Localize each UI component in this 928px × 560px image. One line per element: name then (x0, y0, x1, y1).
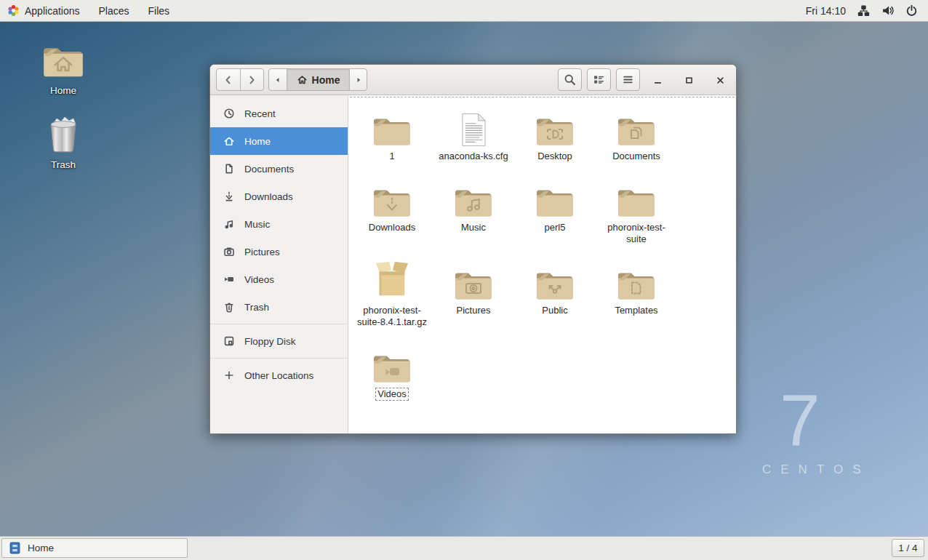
file-item-public[interactable]: Public (514, 255, 596, 326)
power-icon[interactable] (905, 4, 918, 17)
file-item-1[interactable]: 1 (351, 100, 433, 172)
menu-label: Applications (25, 5, 80, 17)
sidebar-item-label: Music (244, 219, 270, 230)
sidebar-item-home[interactable]: Home (210, 127, 348, 155)
file-item-pictures[interactable]: Pictures (433, 255, 514, 326)
forward-button[interactable] (240, 69, 263, 90)
places-sidebar: Recent Home Documents Downloads Music Pi… (210, 95, 348, 433)
desktop-icon-home[interactable]: Home (30, 44, 97, 96)
maximize-button[interactable] (679, 71, 698, 89)
desktop-icon-label: Home (50, 85, 76, 96)
menu-files[interactable]: Files (139, 0, 180, 21)
sidebar-item-recent[interactable]: Recent (210, 100, 348, 127)
path-current-button[interactable]: Home (287, 69, 350, 90)
file-item-phoronix-test-suite-8-4-1-tar-gz[interactable]: phoronix-test-suite-8.4.1.tar.gz (351, 255, 433, 337)
minimize-button[interactable] (648, 71, 667, 89)
taskbar-item-label: Home (28, 543, 54, 553)
sidebar-item-downloads[interactable]: Downloads (210, 183, 348, 210)
taskbar-item-home[interactable]: Home (1, 538, 188, 558)
menu-applications[interactable]: Applications (0, 0, 89, 21)
top-panel: Applications Places Files Fri 14:10 (0, 0, 928, 22)
file-view: 1 anaconda-ks.cfg Desktop Documents Down… (348, 95, 736, 433)
home-icon (297, 74, 308, 85)
sidebar-item-floppy-disk[interactable]: Floppy Disk (210, 327, 348, 355)
workspace-switcher[interactable]: 1 / 4 (892, 539, 924, 557)
file-item-desktop[interactable]: Desktop (514, 100, 596, 172)
centos-watermark-brand: CENTOS (762, 463, 871, 477)
network-icon[interactable] (857, 4, 870, 17)
floppy-icon (223, 335, 235, 347)
window-list-bar: Home 1 / 4 (0, 536, 928, 560)
desktop-icon-trash[interactable]: Trash (30, 115, 97, 170)
folder-music-icon (454, 176, 493, 218)
file-label: Pictures (457, 305, 491, 317)
file-item-downloads[interactable]: Downloads (351, 172, 433, 243)
music-icon (223, 218, 235, 230)
minimize-icon (652, 75, 663, 86)
home-icon (223, 135, 235, 147)
file-label: anaconda-ks.cfg (439, 151, 508, 163)
download-icon (223, 191, 235, 202)
folder-downloads-icon (372, 176, 412, 218)
file-item-anaconda-ks-cfg[interactable]: anaconda-ks.cfg (433, 100, 514, 172)
file-item-phoronix-test-suite[interactable]: phoronix-test-suite (596, 172, 677, 255)
header-bar: Home (210, 65, 736, 95)
recent-icon (223, 108, 235, 119)
file-label: phoronix-test-suite-8.4.1.tar.gz (355, 305, 429, 329)
file-label: Desktop (537, 151, 572, 163)
text-file-icon (460, 105, 487, 147)
sidebar-item-label: Floppy Disk (244, 336, 296, 347)
path-next-icon[interactable] (349, 69, 367, 90)
file-label: Videos (375, 388, 409, 401)
pictures-icon (223, 246, 235, 257)
folder-icon (617, 176, 656, 218)
menu-places[interactable]: Places (89, 0, 139, 21)
file-label: Downloads (369, 222, 415, 234)
sidebar-item-videos[interactable]: Videos (210, 265, 348, 293)
desktop: 7 CENTOS Applications Places Files Fri 1… (0, 0, 928, 560)
file-item-templates[interactable]: Templates (596, 255, 677, 326)
close-button[interactable] (711, 71, 729, 89)
sidebar-item-other-locations[interactable]: Other Locations (210, 361, 348, 389)
sidebar-item-trash[interactable]: Trash (210, 293, 348, 321)
system-tray: Fri 14:10 (806, 4, 928, 17)
menu-button[interactable] (616, 68, 640, 91)
folder-videos-icon (372, 342, 412, 384)
folder-documents-icon (617, 105, 656, 147)
sidebar-item-music[interactable]: Music (210, 210, 348, 238)
file-item-music[interactable]: Music (433, 172, 514, 243)
file-label: Music (461, 222, 486, 234)
current-location-label: Home (312, 74, 340, 86)
close-icon (715, 75, 726, 86)
search-button[interactable] (558, 68, 582, 91)
folder-icon (372, 105, 412, 147)
menu-label: Places (99, 5, 129, 17)
file-manager-icon (9, 542, 21, 554)
folder-pictures-icon (454, 259, 493, 301)
view-focus-line (350, 97, 735, 97)
volume-icon[interactable] (881, 4, 894, 17)
file-item-perl5[interactable]: perl5 (514, 172, 596, 243)
clock[interactable]: Fri 14:10 (806, 5, 846, 17)
centos-watermark-number: 7 (780, 384, 820, 457)
sidebar-item-documents[interactable]: Documents (210, 155, 348, 183)
sidebar-item-label: Home (244, 136, 271, 147)
view-toggle-button[interactable] (587, 68, 611, 91)
trash-icon (223, 301, 235, 313)
archive-icon (372, 259, 412, 301)
desktop-icon-label: Trash (51, 159, 76, 170)
sidebar-item-pictures[interactable]: Pictures (210, 238, 348, 265)
sidebar-item-label: Videos (244, 274, 274, 285)
files-window: Home (209, 64, 737, 434)
file-item-documents[interactable]: Documents (596, 100, 677, 172)
home-folder-icon (42, 44, 84, 79)
folder-templates-icon (617, 259, 656, 301)
folder-desktop-icon (535, 105, 575, 147)
back-button[interactable] (217, 69, 240, 90)
sidebar-item-label: Pictures (244, 247, 280, 257)
file-label: 1 (389, 151, 394, 163)
file-item-videos[interactable]: Videos (351, 337, 433, 410)
path-prev-icon[interactable] (269, 69, 287, 90)
file-label: Public (542, 305, 567, 317)
menu-label: Files (148, 5, 170, 17)
